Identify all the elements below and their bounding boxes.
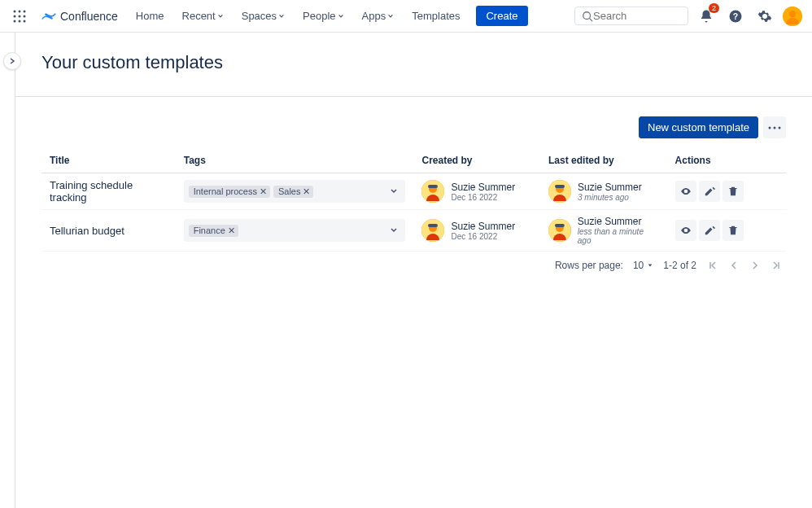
col-actions: Actions xyxy=(667,148,786,173)
edit-button[interactable] xyxy=(699,181,720,202)
view-button[interactable] xyxy=(675,220,696,241)
editor-name: Suzie Summer xyxy=(578,182,642,193)
prev-page-button[interactable] xyxy=(727,261,740,270)
expand-sidebar-button[interactable] xyxy=(3,52,21,70)
nav-people[interactable]: People xyxy=(296,7,350,25)
help-button[interactable]: ? xyxy=(724,5,747,28)
editor-time: less than a minute ago xyxy=(578,227,659,245)
chevron-right-icon xyxy=(8,57,16,65)
col-tags: Tags xyxy=(176,148,414,173)
tag: Internal process✕ xyxy=(189,186,270,198)
page-actions: New custom template xyxy=(41,116,786,138)
gear-icon xyxy=(757,9,772,24)
creator-date: Dec 16 2022 xyxy=(451,193,515,202)
svg-point-2 xyxy=(24,10,26,12)
svg-point-9 xyxy=(583,11,591,19)
svg-rect-30 xyxy=(555,224,565,227)
remove-tag-icon[interactable]: ✕ xyxy=(303,186,310,197)
nav-recent[interactable]: Recent xyxy=(176,7,230,25)
pagination-range: 1-2 of 2 xyxy=(663,260,696,271)
nav-apps[interactable]: Apps xyxy=(356,7,401,25)
user-avatar-icon xyxy=(421,180,444,203)
notifications-button[interactable]: 2 xyxy=(695,5,718,28)
creator-name: Suzie Summer xyxy=(451,182,515,193)
help-icon: ? xyxy=(728,9,743,24)
next-page-button[interactable] xyxy=(749,261,762,270)
last-edited-by-cell: Suzie Summerless than a minute ago xyxy=(540,210,667,252)
template-title[interactable]: Training schedule tracking xyxy=(41,173,176,210)
svg-point-5 xyxy=(24,15,26,17)
user-avatar-icon xyxy=(548,180,571,203)
delete-button[interactable] xyxy=(723,220,744,241)
tags-dropdown-icon[interactable] xyxy=(387,226,400,234)
created-by-cell: Suzie SummerDec 16 2022 xyxy=(413,210,540,252)
pagination: Rows per page: 10 1-2 of 2 xyxy=(41,252,786,279)
remove-tag-icon[interactable]: ✕ xyxy=(260,186,267,197)
svg-point-7 xyxy=(19,20,21,22)
last-edited-by-cell: Suzie Summer3 minutes ago xyxy=(540,173,667,210)
svg-point-8 xyxy=(24,20,26,22)
tags-cell: Internal process✕Sales✕ xyxy=(176,173,414,210)
notification-badge: 2 xyxy=(709,3,719,13)
chevron-down-icon xyxy=(338,13,344,20)
svg-point-24 xyxy=(684,190,686,192)
svg-rect-27 xyxy=(428,224,438,227)
tags-cell: Finance✕ xyxy=(176,210,414,252)
product-name: Confluence xyxy=(60,10,118,23)
avatar-icon xyxy=(783,7,802,26)
creator-name: Suzie Summer xyxy=(451,221,515,232)
chevron-down-icon xyxy=(217,13,224,20)
tags-dropdown-icon[interactable] xyxy=(387,187,400,195)
top-navigation: Confluence Home Recent Spaces People App… xyxy=(0,0,812,33)
pagination-buttons xyxy=(706,261,783,270)
tags-input[interactable]: Internal process✕Sales✕ xyxy=(184,180,406,203)
settings-button[interactable] xyxy=(753,5,776,28)
svg-point-0 xyxy=(14,10,16,12)
nav-home[interactable]: Home xyxy=(129,7,171,25)
edit-button[interactable] xyxy=(699,220,720,241)
editor-name: Suzie Summer xyxy=(578,216,659,227)
user-avatar[interactable] xyxy=(783,7,802,26)
search-icon xyxy=(582,11,593,22)
actions-cell xyxy=(667,210,786,252)
create-button[interactable]: Create xyxy=(476,6,527,26)
new-custom-template-button[interactable]: New custom template xyxy=(639,116,758,138)
more-actions-button[interactable] xyxy=(763,116,786,138)
nav-spaces[interactable]: Spaces xyxy=(235,7,291,25)
app-switcher-icon[interactable] xyxy=(10,7,29,26)
creator-date: Dec 16 2022 xyxy=(451,232,515,241)
svg-point-14 xyxy=(789,11,796,17)
search-input[interactable] xyxy=(593,10,674,22)
search-box[interactable] xyxy=(574,7,688,25)
col-last-edited-by: Last edited by xyxy=(540,148,667,173)
table-header-row: Title Tags Created by Last edited by Act… xyxy=(41,148,786,173)
editor-time: 3 minutes ago xyxy=(578,193,642,202)
confluence-logo[interactable]: Confluence xyxy=(41,8,118,24)
svg-point-31 xyxy=(684,230,686,231)
svg-text:?: ? xyxy=(733,11,738,20)
page-title: Your custom templates xyxy=(41,52,786,73)
chevron-down-icon xyxy=(387,13,394,20)
first-page-button[interactable] xyxy=(706,261,719,270)
tag: Finance✕ xyxy=(189,225,238,237)
page-header: Your custom templates xyxy=(15,33,812,97)
template-title[interactable]: Tellurian budget xyxy=(41,210,176,252)
main-content: Your custom templates New custom templat… xyxy=(15,33,812,508)
svg-rect-20 xyxy=(428,185,438,188)
nav-left: Confluence Home Recent Spaces People App… xyxy=(10,6,528,26)
svg-point-6 xyxy=(14,20,16,22)
tags-input[interactable]: Finance✕ xyxy=(184,219,406,242)
col-title: Title xyxy=(41,148,176,173)
view-button[interactable] xyxy=(675,181,696,202)
svg-point-4 xyxy=(19,15,21,17)
nav-right: 2 ? xyxy=(574,5,802,28)
rows-per-page-select[interactable]: 10 xyxy=(633,260,653,271)
content-area: New custom template Title Tags Created b… xyxy=(15,97,812,299)
last-page-button[interactable] xyxy=(770,261,783,270)
remove-tag-icon[interactable]: ✕ xyxy=(228,226,235,236)
svg-line-10 xyxy=(590,18,593,21)
rows-per-page-label: Rows per page: xyxy=(555,260,623,271)
svg-point-16 xyxy=(774,126,776,129)
nav-templates[interactable]: Templates xyxy=(405,7,466,25)
delete-button[interactable] xyxy=(723,181,744,202)
